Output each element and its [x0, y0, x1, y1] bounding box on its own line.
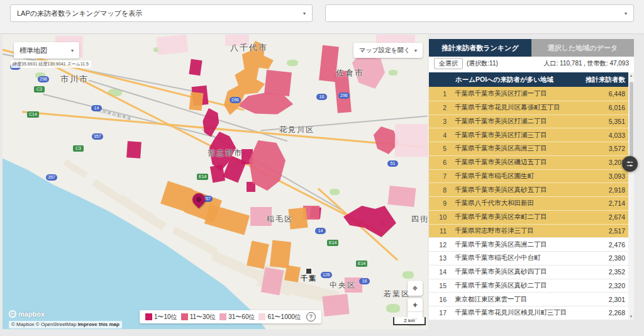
rank-region-polygon[interactable] [322, 294, 349, 316]
help-icon[interactable]: ? [306, 312, 316, 322]
filter-fab-button[interactable] [622, 156, 638, 172]
select-all-button[interactable]: 全選択 [434, 58, 463, 69]
tab-visitor-ranking[interactable]: 推計来訪者数ランキング [429, 39, 531, 57]
railway-line [3, 53, 202, 94]
table-row[interactable]: 9 千葉県八千代市大和田新田 2,714 [429, 196, 634, 210]
legend-label: 1〜10位 [154, 313, 177, 322]
map-style-select[interactable]: 標準地図 ▾ [14, 42, 79, 59]
city-label: 習志野市 [208, 148, 243, 159]
table-row[interactable]: 12 千葉県千葉市美浜区高洲二丁目 2,476 [429, 237, 634, 251]
table-row[interactable]: 8 千葉県千葉市美浜区真砂五丁目 2,918 [429, 182, 634, 196]
attribution-copyright: © Mapbox © OpenStreetMap [11, 322, 76, 327]
value-cell: 5,351 [587, 118, 625, 125]
city-label: 八千代市 [230, 42, 268, 53]
route-shield: 357 [92, 133, 103, 140]
table-row[interactable]: 5 千葉県千葉市美浜区高洲三丁目 3,572 [429, 142, 634, 155]
table-row[interactable]: 2 千葉県千葉市花見川区幕張町五丁目 6,016 [429, 101, 634, 115]
secondary-select[interactable]: ▾ [325, 4, 634, 22]
route-shield: 357 [46, 174, 57, 181]
route-shield: C3 [34, 86, 45, 92]
table-row[interactable]: 10 千葉県千葉市美浜区幸町二丁目 2,674 [429, 210, 634, 224]
table-scrollbar[interactable]: ▴ ▾ [628, 72, 634, 320]
toolbar: LAPの来訪者数ランキングマップを表示 ▾ ▾ [0, 0, 644, 34]
zoom-in-button[interactable]: + [408, 298, 423, 312]
route-shield: 14 [91, 105, 102, 111]
area-cell: 千葉県千葉市稲毛区小中台町 [455, 254, 587, 262]
rank-cell: 11 [433, 227, 447, 235]
map-style-value: 標準地図 [19, 46, 47, 55]
value-cell: 6,016 [587, 104, 625, 111]
rank-cell: 14 [433, 268, 447, 276]
table-row[interactable]: 6 千葉県千葉市美浜区磯辺五丁目 3,203 [429, 155, 634, 169]
selected-region-polygon[interactable] [204, 204, 250, 235]
route-shield: C14 [27, 111, 39, 118]
rank-region-polygon[interactable] [388, 186, 416, 207]
rank-cell: 9 [433, 199, 447, 207]
improve-map-link[interactable]: Improve this map [78, 322, 119, 327]
legend-item: 1〜10位 [145, 313, 177, 322]
rank-region-polygon[interactable] [189, 59, 202, 76]
map-canvas[interactable]: 市川市 八千代市 佐倉市 花見川区 習志野市 稲毛区 千葉 中央区 若葉区 四街… [3, 35, 428, 329]
map-attribution[interactable]: © Mapbox © OpenStreetMap Improve this ma… [9, 321, 122, 328]
rank-cell: 6 [433, 159, 447, 166]
scroll-down-icon[interactable]: ▾ [628, 314, 634, 319]
route-shield: 14 [315, 228, 326, 234]
table-row[interactable]: 4 千葉県千葉市美浜区打瀬三丁目 4,033 [429, 128, 634, 142]
map-display-select[interactable]: LAPの来訪者数ランキングマップを表示 ▾ [10, 4, 313, 22]
pier-shape [64, 159, 88, 178]
tab-selected-area-data[interactable]: 選択した地域のデータ [531, 39, 634, 57]
table-row[interactable]: 14 千葉県千葉市美浜区真砂四丁目 2,352 [429, 265, 634, 279]
selected-region-polygon[interactable] [189, 92, 204, 111]
table-row[interactable]: 15 千葉県千葉市美浜区真砂二丁目 2,320 [429, 279, 634, 293]
value-cell: 3,572 [587, 145, 625, 152]
area-cell: 千葉県千葉市美浜区打瀬三丁目 [455, 131, 587, 140]
selected-region-polygon[interactable] [284, 265, 301, 282]
table-row[interactable]: 7 千葉県千葉市稲毛区園生町 3,093 [429, 169, 634, 183]
table-row[interactable]: 1 千葉県千葉市美浜区打瀬一丁目 6,448 [429, 87, 634, 101]
rank-region-polygon[interactable] [343, 206, 396, 237]
value-cell: 2,476 [587, 241, 625, 249]
panel-subheader: 全選択 (選択数:11) 人口: 110,781 , 世帯数: 47,093 [429, 57, 634, 70]
rank-region-polygon[interactable] [126, 141, 142, 158]
table-row[interactable]: 13 千葉県千葉市稲毛区小中台町 2,380 [429, 251, 634, 265]
rank-cell: 16 [433, 296, 447, 303]
rank-cell: 13 [433, 254, 447, 262]
selected-region-polygon[interactable] [270, 240, 291, 269]
table-row[interactable]: 11 千葉県習志野市谷津三丁目 2,517 [429, 224, 634, 238]
rank-region-polygon[interactable] [264, 70, 292, 96]
rank-cell: 3 [433, 118, 447, 125]
value-cell: 4,033 [587, 132, 625, 139]
rank-region-polygon[interactable] [210, 164, 225, 182]
area-cell: 東京都江東区東雲一丁目 [455, 295, 587, 304]
map-settings-select[interactable]: マップ設定を開く ▾ [353, 43, 423, 58]
rank-cell: 10 [433, 213, 447, 221]
table-row[interactable]: 16 東京都江東区東雲一丁目 2,301 [429, 292, 634, 306]
scroll-up-icon[interactable]: ▴ [628, 73, 634, 78]
geolocate-button[interactable]: ⌖ [408, 281, 423, 296]
legend-swatch-rank4 [258, 313, 265, 320]
rank-cell: 5 [433, 145, 447, 152]
geolocate-icon: ⌖ [413, 283, 418, 293]
legend-swatch-rank3 [219, 313, 226, 320]
rank-region-polygon[interactable] [249, 140, 286, 191]
rank-cell: 1 [433, 90, 447, 98]
table-row[interactable]: 3 千葉県千葉市美浜区打瀬二丁目 5,351 [429, 115, 634, 128]
scrollbar-thumb[interactable] [630, 82, 633, 164]
rank-region-polygon[interactable] [157, 35, 189, 55]
table-row[interactable]: 17 千葉県千葉市花見川区検見川町三丁目 2,268 [429, 306, 634, 320]
ward-label: 中央区 [330, 280, 356, 291]
park-area [330, 189, 340, 195]
route-shield: E14 [197, 174, 208, 180]
value-cell: 2,301 [587, 296, 625, 303]
ranking-table: ホームPOIへの来訪者が多い地域 推計来訪者数 1 千葉県千葉市美浜区打瀬一丁目… [429, 72, 634, 320]
pier-shape [172, 227, 218, 255]
value-cell: 2,380 [587, 254, 625, 262]
selection-count: (選択数:11) [467, 59, 498, 68]
area-column-header: ホームPOIへの来訪者が多い地域 [433, 76, 580, 84]
rank-region-polygon[interactable] [395, 124, 428, 157]
mapbox-logo[interactable]: m mapbox [9, 310, 45, 318]
route-shield: C3 [73, 145, 84, 152]
rank-cell: 12 [433, 241, 447, 249]
route-shield: 16 [316, 94, 327, 100]
value-column-header: 推計来訪者数 [580, 76, 625, 84]
